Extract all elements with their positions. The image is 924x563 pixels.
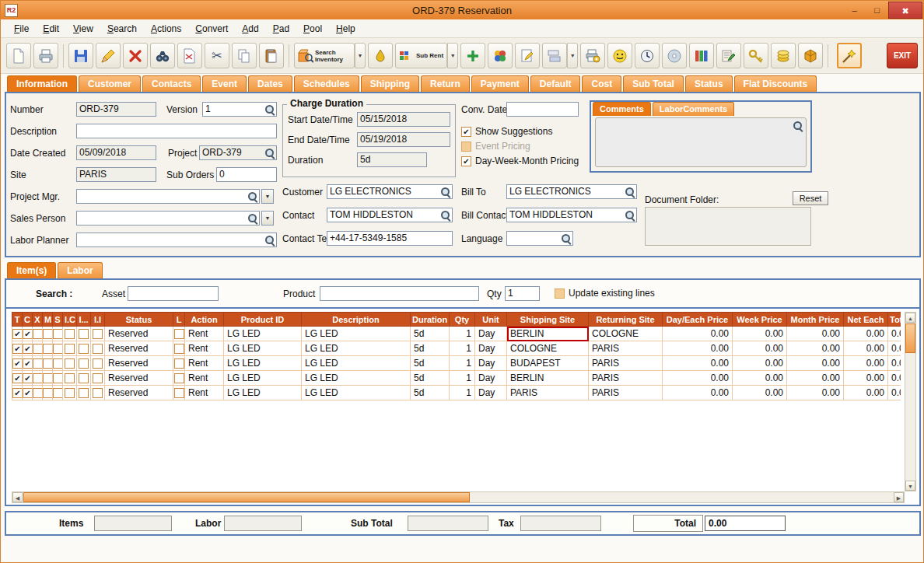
cell-unit[interactable]: Day (475, 371, 507, 386)
language-field[interactable] (506, 231, 573, 246)
row-checkbox-idot[interactable] (79, 373, 89, 383)
cell-unit[interactable]: Day (475, 327, 507, 341)
cell-x-checkbox[interactable] (33, 341, 43, 356)
row-checkbox-l[interactable] (174, 344, 184, 354)
cell-shipping-site[interactable]: BERLIN (507, 371, 589, 386)
cards-dropdown[interactable]: ▼ (567, 43, 578, 68)
cell-day-each[interactable]: 0.00 (663, 371, 733, 386)
horizontal-scrollbar[interactable]: ◀ ▶ (12, 491, 905, 503)
update-lines-checkbox[interactable] (555, 288, 565, 299)
cell-description[interactable]: LG LED (302, 327, 411, 341)
search-inventory-dropdown[interactable]: ▼ (355, 43, 366, 68)
cell-c-checkbox[interactable] (23, 341, 33, 356)
row-checkbox-ii[interactable] (93, 329, 103, 339)
cell-duration[interactable]: 5d (411, 371, 450, 386)
row-checkbox-c[interactable] (23, 373, 33, 383)
scroll-right-icon[interactable]: ▶ (894, 492, 904, 502)
horizontal-scroll-thumb[interactable] (23, 492, 470, 502)
cell-product-id[interactable]: LG LED (224, 386, 302, 400)
column-header-idot[interactable]: I... (77, 313, 91, 327)
pool-balls-button[interactable] (488, 43, 513, 68)
version-search-icon[interactable] (264, 104, 275, 115)
column-header-ii[interactable]: I.I (91, 313, 105, 327)
menu-pad[interactable]: Pad (266, 21, 296, 37)
project-mgr-dropdown[interactable]: ▼ (261, 189, 274, 204)
cell-c-checkbox[interactable] (23, 371, 33, 386)
cube-button[interactable] (798, 43, 823, 68)
row-checkbox-ii[interactable] (93, 373, 103, 383)
cell-description[interactable]: LG LED (302, 356, 411, 371)
cell-l-checkbox[interactable] (173, 386, 185, 400)
cell-x-checkbox[interactable] (33, 371, 43, 386)
column-header-month[interactable]: Month Price (787, 313, 844, 327)
cell-c-checkbox[interactable] (23, 386, 33, 400)
cell-duration[interactable]: 5d (411, 386, 450, 400)
column-header-x[interactable]: X (33, 313, 43, 327)
sub-rent-button[interactable]: Sub Rent (395, 43, 447, 68)
cell-returning-site[interactable]: PARIS (589, 386, 663, 400)
row-checkbox-s[interactable] (53, 344, 63, 354)
row-checkbox-t[interactable] (12, 329, 23, 339)
show-suggestions-checkbox[interactable] (461, 127, 471, 137)
menu-file[interactable]: File (7, 21, 36, 37)
row-checkbox-x[interactable] (33, 344, 43, 354)
cell-product-id[interactable]: LG LED (224, 356, 302, 371)
comments-search-icon[interactable] (793, 121, 803, 131)
row-checkbox-ic[interactable] (65, 329, 75, 339)
contact-search-icon[interactable] (440, 210, 451, 221)
find-binoculars-button[interactable] (150, 43, 175, 68)
cell-c-checkbox[interactable] (23, 327, 33, 341)
row-checkbox-c[interactable] (23, 358, 33, 369)
row-checkbox-idot[interactable] (79, 344, 89, 354)
tab-return[interactable]: Return (421, 75, 470, 92)
cd-button[interactable] (662, 43, 687, 68)
tab-flat-discounts[interactable]: Flat Discounts (734, 75, 817, 92)
sub-orders-field[interactable]: 0 (216, 167, 277, 182)
clock-button[interactable] (635, 43, 660, 68)
menu-convert[interactable]: Convert (188, 21, 235, 37)
menu-edit[interactable]: Edit (36, 21, 66, 37)
cell-unit[interactable]: Day (475, 356, 507, 371)
cell-description[interactable]: LG LED (302, 371, 411, 386)
cell-t-checkbox[interactable] (12, 327, 23, 341)
column-header-qty[interactable]: Qty (450, 313, 475, 327)
tab-payment[interactable]: Payment (471, 75, 529, 92)
cell-unit[interactable]: Day (475, 386, 507, 400)
cell-shipping-site[interactable]: PARIS (507, 386, 589, 400)
cards-button[interactable] (542, 43, 567, 68)
cell-action[interactable]: Rent (185, 371, 224, 386)
notes-button[interactable] (716, 43, 741, 68)
comments-tab-laborcomments[interactable]: LaborComments (653, 102, 734, 116)
cell-m-checkbox[interactable] (43, 371, 53, 386)
cell-duration[interactable]: 5d (411, 356, 450, 371)
vertical-scrollbar[interactable]: ▲ ▼ (905, 312, 916, 491)
version-field[interactable]: 1 (202, 102, 277, 117)
conv-date-field[interactable] (506, 102, 579, 117)
minimize-button[interactable]: – (843, 2, 866, 19)
sub-rent-dropdown[interactable]: ▼ (447, 43, 458, 68)
row-checkbox-ii[interactable] (93, 344, 103, 354)
language-search-icon[interactable] (561, 233, 572, 244)
cell-product-id[interactable]: LG LED (224, 327, 302, 341)
tab-information[interactable]: Information (7, 75, 77, 92)
row-checkbox-c[interactable] (23, 329, 33, 339)
cell-l-checkbox[interactable] (173, 341, 185, 356)
save-button[interactable] (68, 43, 93, 68)
cell-ii-checkbox[interactable] (91, 386, 105, 400)
cell-month[interactable]: 0.00 (787, 356, 844, 371)
column-header-unit[interactable]: Unit (475, 313, 507, 327)
cell-net-each[interactable]: 0.00 (844, 341, 888, 356)
row-checkbox-m[interactable] (43, 388, 53, 398)
cell-returning-site[interactable]: PARIS (589, 371, 663, 386)
cell-shipping-site[interactable]: COLOGNE (507, 341, 589, 356)
row-checkbox-idot[interactable] (79, 388, 89, 398)
cell-product-id[interactable]: LG LED (224, 371, 302, 386)
cell-ic-checkbox[interactable] (63, 327, 77, 341)
cell-returning-site[interactable]: PARIS (589, 341, 663, 356)
cell-ic-checkbox[interactable] (63, 341, 77, 356)
cell-ii-checkbox[interactable] (91, 327, 105, 341)
reset-button[interactable]: Reset (793, 191, 828, 205)
print-button[interactable] (33, 43, 58, 68)
cell-action[interactable]: Rent (185, 356, 224, 371)
tab-sub-total[interactable]: Sub Total (623, 75, 684, 92)
